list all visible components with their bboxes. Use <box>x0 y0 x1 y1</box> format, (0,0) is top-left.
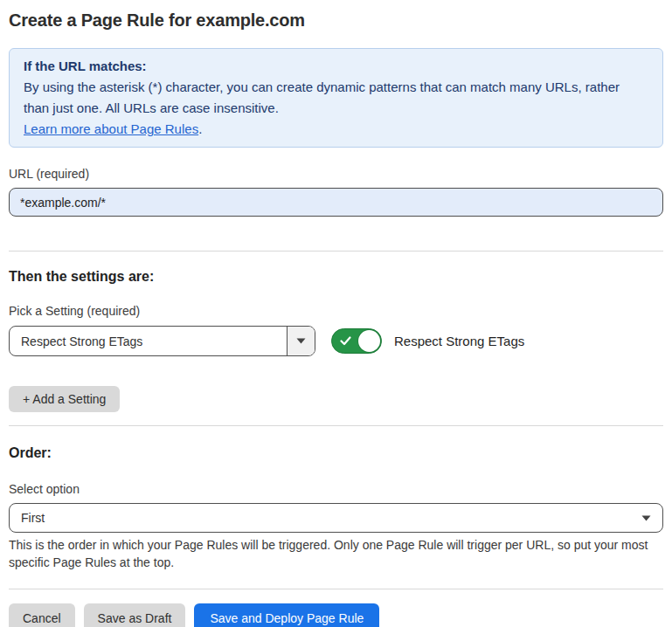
chevron-down-icon <box>641 515 651 521</box>
setting-select[interactable]: Respect Strong ETags <box>9 326 315 356</box>
settings-heading: Then the settings are: <box>9 269 663 285</box>
info-box-heading: If the URL matches: <box>24 56 648 77</box>
cancel-button[interactable]: Cancel <box>9 603 75 627</box>
url-input[interactable] <box>9 188 663 217</box>
setting-select-arrow-button[interactable] <box>287 327 315 355</box>
add-setting-button[interactable]: + Add a Setting <box>9 386 120 412</box>
order-heading: Order: <box>9 445 663 461</box>
toggle-knob[interactable] <box>358 330 380 352</box>
setting-select-value: Respect Strong ETags <box>10 334 287 348</box>
toggle-label: Respect Strong ETags <box>394 334 524 348</box>
setting-row: Respect Strong ETags Respect Strong ETag… <box>9 326 663 356</box>
url-match-info-box: If the URL matches: By using the asteris… <box>9 48 663 148</box>
link-period: . <box>198 121 202 136</box>
footer-actions: Cancel Save as Draft Save and Deploy Pag… <box>9 603 663 627</box>
chevron-down-icon <box>296 338 306 344</box>
create-page-rule-panel: Create a Page Rule for example.com If th… <box>0 0 672 627</box>
url-label: URL (required) <box>9 167 663 181</box>
info-box-body: By using the asterisk (*) character, you… <box>24 77 648 119</box>
learn-more-link[interactable]: Learn more about Page Rules <box>24 121 198 136</box>
info-box-link-line: Learn more about Page Rules. <box>24 119 648 140</box>
order-select[interactable]: First <box>9 503 663 533</box>
respect-strong-etags-toggle[interactable] <box>331 328 382 354</box>
save-as-draft-button[interactable]: Save as Draft <box>84 603 186 627</box>
order-select-value: First <box>10 511 641 525</box>
pick-setting-label: Pick a Setting (required) <box>9 304 663 318</box>
save-and-deploy-button[interactable]: Save and Deploy Page Rule <box>194 603 379 627</box>
select-option-label: Select option <box>9 482 663 496</box>
section-divider <box>9 251 663 251</box>
footer-divider <box>9 589 663 589</box>
check-icon <box>340 336 351 346</box>
order-help-text: This is the order in which your Page Rul… <box>9 537 663 571</box>
section-divider <box>9 425 663 426</box>
page-title: Create a Page Rule for example.com <box>9 10 663 31</box>
